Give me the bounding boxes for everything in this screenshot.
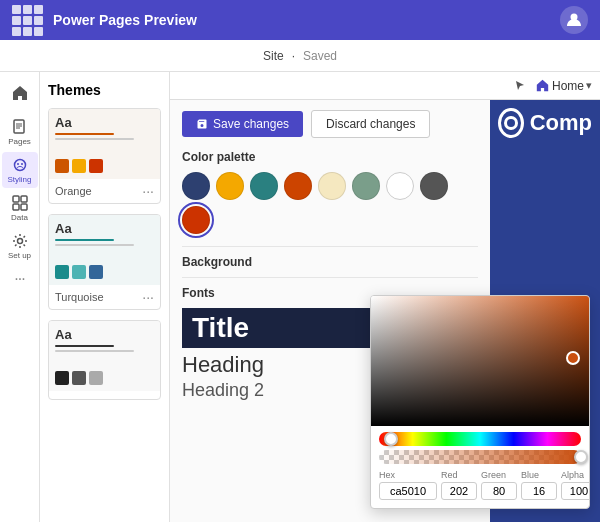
color-teal[interactable] bbox=[250, 172, 278, 200]
preview-company: Comp bbox=[530, 110, 592, 136]
svg-rect-8 bbox=[13, 196, 19, 202]
content-right: Home ▾ Save changes Discard changes bbox=[170, 72, 600, 522]
save-icon bbox=[196, 118, 208, 130]
color-white[interactable] bbox=[386, 172, 414, 200]
save-changes-button[interactable]: Save changes bbox=[182, 111, 303, 137]
alpha-field: Alpha bbox=[561, 470, 590, 500]
hex-field: Hex bbox=[379, 470, 437, 500]
theme-orange-swatches bbox=[55, 159, 154, 173]
sidebar-item-home[interactable] bbox=[2, 76, 38, 112]
svg-point-12 bbox=[17, 238, 22, 243]
alpha-label: Alpha bbox=[561, 470, 590, 480]
sidebar-item-setup[interactable]: Set up bbox=[2, 228, 38, 264]
green-label: Green bbox=[481, 470, 517, 480]
hue-thumb[interactable] bbox=[384, 432, 398, 446]
blue-label: Blue bbox=[521, 470, 557, 480]
hex-input[interactable] bbox=[379, 482, 437, 500]
icon-sidebar: Pages Styling Data S bbox=[0, 72, 40, 522]
toolbar: Save changes Discard changes bbox=[182, 110, 478, 138]
color-palette-title: Color palette bbox=[182, 150, 478, 164]
sidebar-data-label: Data bbox=[11, 213, 28, 222]
themes-title: Themes bbox=[48, 82, 161, 98]
discard-label: Discard changes bbox=[326, 117, 415, 131]
color-red-orange[interactable] bbox=[182, 206, 210, 234]
sidebar-setup-label: Set up bbox=[8, 251, 31, 260]
avatar[interactable] bbox=[560, 6, 588, 34]
hex-label: Hex bbox=[379, 470, 437, 480]
picker-inputs: Hex Red Green Blue bbox=[379, 470, 581, 500]
nav-home-arrow[interactable]: ▾ bbox=[586, 79, 592, 92]
red-label: Red bbox=[441, 470, 477, 480]
themes-panel: Themes Aa Orange ··· Aa bbox=[40, 72, 170, 522]
discard-changes-button[interactable]: Discard changes bbox=[311, 110, 430, 138]
sidebar-item-pages[interactable]: Pages bbox=[2, 114, 38, 150]
color-palette bbox=[182, 172, 478, 234]
svg-rect-10 bbox=[13, 204, 19, 210]
hue-bar[interactable] bbox=[379, 432, 581, 446]
save-label: Save changes bbox=[213, 117, 289, 131]
app-grid-icon[interactable] bbox=[12, 5, 43, 36]
theme-orange-label: Orange bbox=[55, 185, 92, 197]
theme-turquoise-swatches bbox=[55, 265, 154, 279]
theme-orange-menu[interactable]: ··· bbox=[142, 183, 154, 199]
blue-field: Blue bbox=[521, 470, 557, 500]
color-gradient[interactable] bbox=[371, 296, 590, 426]
sidebar-item-data[interactable]: Data bbox=[2, 190, 38, 226]
theme-card-orange[interactable]: Aa Orange ··· bbox=[48, 108, 161, 204]
svg-point-5 bbox=[14, 159, 25, 170]
alpha-bar[interactable] bbox=[379, 450, 581, 464]
blue-input[interactable] bbox=[521, 482, 557, 500]
theme-orange-aa: Aa bbox=[55, 115, 154, 130]
green-field: Green bbox=[481, 470, 517, 500]
home-nav-icon[interactable] bbox=[536, 79, 549, 92]
color-picker-popup: Hex Red Green Blue bbox=[370, 295, 590, 509]
content-nav-bar: Home ▾ bbox=[170, 72, 600, 100]
theme-turquoise-menu[interactable]: ··· bbox=[142, 289, 154, 305]
sidebar-pages-label: Pages bbox=[8, 137, 31, 146]
breadcrumb-site: Site bbox=[263, 49, 284, 63]
color-navy[interactable] bbox=[182, 172, 210, 200]
red-field: Red bbox=[441, 470, 477, 500]
color-cream[interactable] bbox=[318, 172, 346, 200]
color-sage[interactable] bbox=[352, 172, 380, 200]
theme3-swatches bbox=[55, 371, 154, 385]
breadcrumb-sep: · bbox=[292, 49, 295, 63]
nav-home-label[interactable]: Home bbox=[552, 79, 584, 93]
theme-turquoise-label: Turquoise bbox=[55, 291, 104, 303]
alpha-thumb[interactable] bbox=[574, 450, 588, 464]
theme-card-3[interactable]: Aa bbox=[48, 320, 161, 400]
top-bar: Power Pages Preview bbox=[0, 0, 600, 40]
color-gray[interactable] bbox=[420, 172, 448, 200]
color-rust[interactable] bbox=[284, 172, 312, 200]
svg-point-6 bbox=[17, 163, 19, 165]
theme-card-turquoise[interactable]: Aa Turquoise ··· bbox=[48, 214, 161, 310]
preview-text: Comp bbox=[490, 100, 600, 154]
app-title: Power Pages Preview bbox=[53, 12, 560, 28]
color-orange[interactable] bbox=[216, 172, 244, 200]
svg-rect-11 bbox=[21, 204, 27, 210]
svg-point-7 bbox=[21, 163, 23, 165]
palette-divider bbox=[182, 246, 478, 247]
background-divider bbox=[182, 277, 478, 278]
main-layout: Pages Styling Data S bbox=[0, 72, 600, 522]
more-options[interactable]: ··· bbox=[14, 270, 24, 288]
breadcrumb-status: Saved bbox=[303, 49, 337, 63]
red-input[interactable] bbox=[441, 482, 477, 500]
breadcrumb-bar: Site · Saved bbox=[0, 40, 600, 72]
preview-logo-circle bbox=[498, 108, 524, 138]
sidebar-styling-label: Styling bbox=[7, 175, 31, 184]
theme3-aa: Aa bbox=[55, 327, 154, 342]
green-input[interactable] bbox=[481, 482, 517, 500]
theme-turquoise-aa: Aa bbox=[55, 221, 154, 236]
svg-rect-9 bbox=[21, 196, 27, 202]
cursor-icon bbox=[514, 79, 528, 93]
background-title: Background bbox=[182, 255, 478, 269]
sidebar-item-styling[interactable]: Styling bbox=[2, 152, 38, 188]
alpha-input[interactable] bbox=[561, 482, 590, 500]
